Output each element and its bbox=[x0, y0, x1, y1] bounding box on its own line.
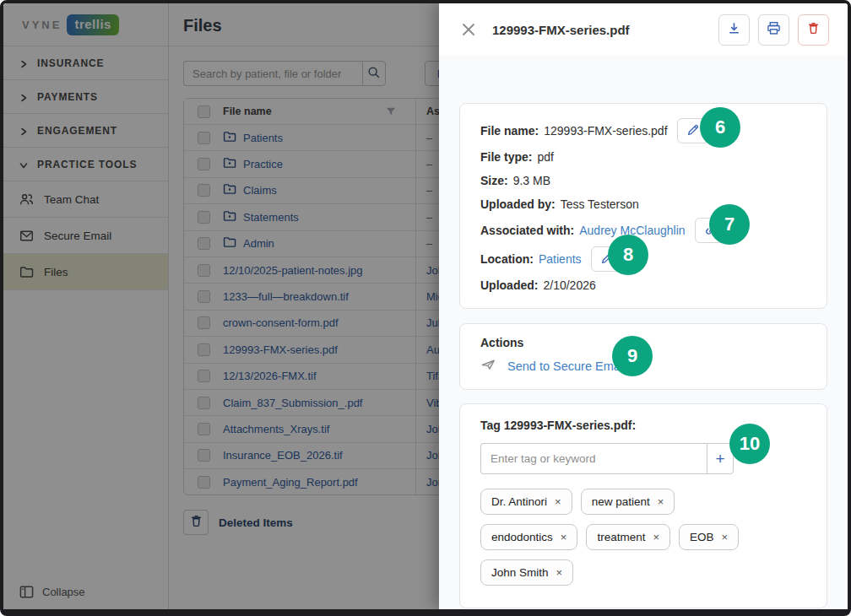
tag-chip-label: new patient bbox=[592, 495, 650, 508]
tag-chip-label: John Smith bbox=[491, 566, 549, 579]
remove-tag-icon[interactable]: × bbox=[561, 531, 567, 543]
tag-chip: John Smith× bbox=[480, 559, 573, 586]
tag-chip: treatment× bbox=[586, 524, 670, 550]
send-to-secure-email-link[interactable]: Send to Secure Email bbox=[507, 359, 626, 373]
file-details-drawer: 129993-FMX-series.pdf bbox=[439, 3, 848, 609]
drawer-title: 129993-FMX-series.pdf bbox=[492, 23, 710, 37]
main-application: VYNE trellis INSURANCEPAYMENTSENGAGEMENT… bbox=[3, 3, 848, 609]
remove-tag-icon[interactable]: × bbox=[722, 531, 729, 543]
tag-chip: EOB× bbox=[679, 524, 739, 550]
detail-label: Uploaded: bbox=[480, 278, 538, 292]
file-detail-list: File name:129993-FMX-series.pdfFile type… bbox=[480, 116, 806, 297]
tag-input[interactable] bbox=[480, 443, 707, 474]
tag-chip-label: Dr. Antinori bbox=[491, 495, 547, 508]
detail-label: Associated with: bbox=[480, 224, 574, 237]
printer-icon bbox=[767, 21, 781, 38]
remove-tag-icon[interactable]: × bbox=[653, 531, 659, 543]
detail-row-file-name: File name:129993-FMX-series.pdf bbox=[480, 116, 806, 145]
modal-backdrop[interactable] bbox=[3, 3, 446, 609]
detail-row-uploaded: Uploaded:2/10/2026 bbox=[480, 273, 806, 297]
detail-value: Tess Testerson bbox=[561, 197, 639, 211]
detail-row-associated-with: Associated with:Audrey McClaughlin bbox=[480, 216, 806, 245]
detail-value: 9.3 MB bbox=[513, 174, 550, 187]
annotation-badge-6: 6 bbox=[700, 107, 740, 148]
detail-label: File name: bbox=[480, 124, 539, 138]
detail-value: pdf bbox=[537, 150, 553, 164]
close-icon[interactable] bbox=[459, 20, 478, 39]
edit-pencil-icon bbox=[686, 123, 700, 139]
detail-row-size: Size:9.3 MB bbox=[480, 169, 806, 192]
tags-card: Tag 129993-FMX-series.pdf: + Dr. Antinor… bbox=[459, 403, 827, 608]
tag-chip-label: EOB bbox=[690, 531, 714, 543]
detail-value-link[interactable]: Patients bbox=[539, 252, 582, 266]
tag-chip-label: endodontics bbox=[491, 531, 553, 543]
tag-chip-label: treatment bbox=[597, 531, 645, 543]
annotation-badge-8: 8 bbox=[608, 235, 648, 275]
tag-chip: new patient× bbox=[581, 489, 675, 515]
detail-label: File type: bbox=[480, 150, 532, 164]
send-icon bbox=[480, 357, 496, 376]
annotation-badge-7: 7 bbox=[709, 204, 750, 245]
delete-trash-icon bbox=[807, 22, 820, 37]
download-icon bbox=[727, 21, 741, 38]
download-button[interactable] bbox=[718, 14, 750, 46]
detail-value: 2/10/2026 bbox=[543, 278, 595, 292]
detail-row-uploaded-by: Uploaded by:Tess Testerson bbox=[480, 192, 806, 216]
tag-chip: Dr. Antinori× bbox=[480, 489, 572, 515]
remove-tag-icon[interactable]: × bbox=[555, 495, 561, 508]
tag-chip: endodontics× bbox=[480, 524, 577, 550]
remove-tag-icon[interactable]: × bbox=[658, 495, 664, 508]
tag-input-group: + bbox=[480, 443, 734, 474]
drawer-header: 129993-FMX-series.pdf bbox=[439, 3, 848, 56]
tag-chip-list: Dr. Antinori×new patient×endodontics×tre… bbox=[480, 489, 776, 586]
detail-value: 129993-FMX-series.pdf bbox=[544, 124, 667, 138]
detail-label: Size: bbox=[480, 174, 508, 187]
app-window: VYNE trellis INSURANCEPAYMENTSENGAGEMENT… bbox=[0, 0, 851, 616]
detail-row-file-type: File type:pdf bbox=[480, 145, 806, 169]
annotation-badge-9: 9 bbox=[612, 336, 653, 376]
detail-label: Uploaded by: bbox=[480, 197, 556, 211]
annotation-badge-10: 10 bbox=[729, 424, 770, 464]
remove-tag-icon[interactable]: × bbox=[556, 566, 563, 579]
print-button[interactable] bbox=[758, 14, 789, 46]
delete-button[interactable] bbox=[798, 14, 829, 46]
detail-label: Location: bbox=[480, 252, 534, 266]
file-details-card: File name:129993-FMX-series.pdfFile type… bbox=[459, 103, 827, 309]
